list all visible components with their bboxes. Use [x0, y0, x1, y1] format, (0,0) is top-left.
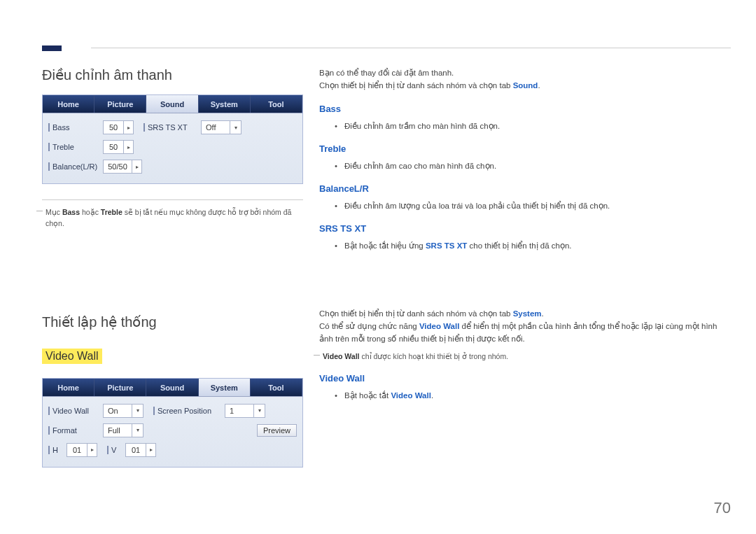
chevron-down-icon[interactable]: ▾ — [230, 121, 241, 134]
term-srs: SRS TS XT — [319, 222, 731, 237]
tab-picture[interactable]: Picture — [94, 95, 146, 113]
tab2-home[interactable]: Home — [43, 379, 94, 396]
v-label: V — [107, 446, 125, 454]
h-label: H — [48, 446, 66, 454]
preview-button[interactable]: Preview — [257, 424, 297, 437]
chevron-down-icon[interactable]: ▾ — [132, 405, 143, 417]
chevron-down-icon[interactable]: ▾ — [132, 424, 143, 437]
system-intro-1: Chọn thiết bị hiển thị từ danh sách nhóm… — [319, 307, 731, 320]
system-footnote: Video Wall chỉ được kích hoạt khi thiết … — [319, 351, 731, 363]
v-value: 01 — [126, 446, 146, 454]
sound-panel: Home Picture Sound System Tool Bass 50 ▸… — [42, 94, 303, 184]
bass-label: Bass — [48, 123, 103, 132]
treble-spinner[interactable]: 50 ▸ — [103, 140, 134, 154]
srs-value: Off — [202, 123, 230, 132]
h-step-icon[interactable]: ▸ — [87, 444, 97, 456]
divider — [42, 199, 303, 200]
fmt-dropdown[interactable]: Full ▾ — [103, 423, 144, 437]
system-panel: Home Picture Sound System Tool Video Wal… — [42, 378, 303, 468]
sp-value: 1 — [225, 407, 253, 415]
section-system-title: Thiết lập hệ thống — [42, 314, 303, 330]
section-sound-title: Điều chỉnh âm thanh — [42, 66, 303, 83]
treble-step-icon[interactable]: ▸ — [123, 141, 133, 153]
chevron-down-icon[interactable]: ▾ — [253, 405, 265, 417]
sound-footnote: Mục Bass hoặc Treble sẽ bị tắt nếu mục k… — [42, 207, 303, 230]
tab2-picture[interactable]: Picture — [94, 379, 146, 396]
balance-spinner[interactable]: 50/50 ▸ — [103, 160, 142, 174]
term-bass: Bass — [319, 102, 731, 117]
v-step-icon[interactable]: ▸ — [146, 444, 155, 456]
vw-label: Video Wall — [48, 407, 103, 415]
brand-bar — [42, 45, 62, 51]
tab2-system[interactable]: System — [199, 379, 251, 396]
tab-tool[interactable]: Tool — [251, 95, 302, 113]
srs-label: SRS TS XT — [144, 123, 201, 132]
term-video-wall: Video Wall — [319, 372, 731, 386]
v-spinner[interactable]: 01 ▸ — [125, 443, 156, 457]
fmt-value: Full — [104, 426, 132, 435]
sp-dropdown[interactable]: 1 ▾ — [225, 404, 265, 418]
balance-step-icon[interactable]: ▸ — [132, 160, 141, 173]
sound-intro-2: Chọn thiết bị hiển thị từ danh sách nhóm… — [319, 79, 731, 92]
term-treble: Treble — [319, 142, 731, 157]
balance-desc: Điều chỉnh âm lượng của loa trái và loa … — [335, 199, 731, 212]
tab2-sound[interactable]: Sound — [146, 379, 198, 396]
fmt-label: Format — [48, 426, 103, 435]
vw-value: On — [104, 407, 132, 415]
video-wall-desc: Bật hoặc tắt Video Wall. — [335, 389, 731, 402]
sp-label: Screen Position — [153, 407, 225, 415]
bass-desc: Điều chỉnh âm trầm cho màn hình đã chọn. — [335, 120, 731, 132]
treble-value: 50 — [104, 143, 123, 151]
vw-dropdown[interactable]: On ▾ — [103, 404, 144, 418]
balance-label: Balance(L/R) — [48, 162, 103, 171]
treble-label: Treble — [48, 143, 103, 151]
video-wall-highlight: Video Wall — [42, 349, 102, 364]
srs-dropdown[interactable]: Off ▾ — [201, 120, 241, 134]
h-value: 01 — [67, 446, 87, 454]
tab-sound[interactable]: Sound — [146, 95, 198, 113]
bass-value: 50 — [104, 123, 123, 132]
header-rule — [91, 48, 731, 48]
page-number: 70 — [714, 499, 731, 517]
treble-desc: Điều chỉnh âm cao cho màn hình đã chọn. — [335, 160, 731, 172]
h-spinner[interactable]: 01 ▸ — [66, 443, 97, 457]
system-intro-2: Có thể sử dụng chức năng Video Wall để h… — [319, 320, 731, 346]
tab-home[interactable]: Home — [43, 95, 94, 113]
srs-desc: Bật hoặc tắt hiệu ứng SRS TS XT cho thiế… — [335, 239, 731, 252]
bass-step-icon[interactable]: ▸ — [123, 121, 133, 134]
bass-spinner[interactable]: 50 ▸ — [103, 120, 134, 134]
tab2-tool[interactable]: Tool — [251, 379, 302, 396]
tab-system[interactable]: System — [199, 95, 251, 113]
balance-value: 50/50 — [104, 162, 132, 171]
term-balance: BalanceL/R — [319, 182, 731, 197]
sound-intro-1: Bạn có thể thay đổi cài đặt âm thanh. — [319, 66, 731, 79]
